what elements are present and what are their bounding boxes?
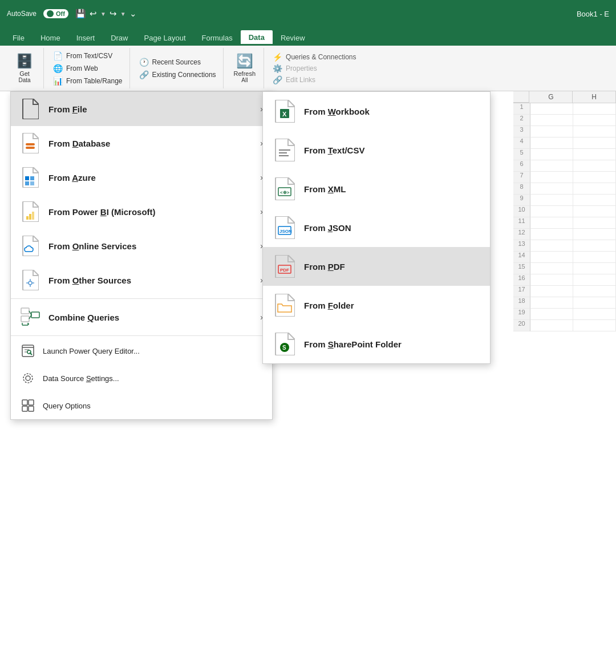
from-pdf-icon: PDF: [273, 255, 296, 278]
from-json-item[interactable]: JSON From JSON: [263, 208, 490, 247]
properties-label: Properties: [286, 64, 317, 72]
combine-icon: [20, 307, 40, 327]
queries-group: ⚡ Queries & Connections ⚙️ Properties 🔗 …: [266, 48, 362, 88]
edit-links-button[interactable]: 🔗 Edit Links: [271, 75, 358, 85]
from-workbook-icon: X: [273, 100, 296, 123]
refresh-all-label: All: [241, 77, 248, 83]
tab-home[interactable]: Home: [33, 31, 68, 46]
from-database-icon: [20, 133, 40, 153]
undo-button[interactable]: ↩: [90, 9, 97, 19]
properties-button[interactable]: ⚙️ Properties: [271, 63, 358, 74]
refresh-all-button[interactable]: 🔄 Refresh All: [230, 52, 260, 84]
menu-divider-1: [11, 298, 272, 299]
from-azure-icon: [20, 167, 40, 188]
edit-links-icon: 🔗: [273, 75, 282, 84]
from-textcsv-item[interactable]: From Text/CSV: [263, 131, 490, 169]
refresh-icon: 🔄: [236, 53, 253, 69]
svg-rect-31: [22, 406, 27, 411]
from-xml-label: From XML: [304, 184, 346, 194]
window-title: Book1 - E: [577, 10, 609, 18]
svg-rect-16: [31, 312, 39, 318]
tab-review[interactable]: Review: [273, 31, 313, 46]
from-sharepoint-item[interactable]: S From SharePoint Folder: [263, 325, 490, 363]
combine-label: Combine Queries: [48, 313, 119, 322]
from-table-range-button[interactable]: 📊 From Table/Range: [51, 75, 125, 87]
menu-item-from-powerbi[interactable]: From Power BI (Microsoft) ›: [11, 195, 272, 229]
get-data-icon: 🗄️: [16, 53, 33, 69]
tab-insert[interactable]: Insert: [68, 31, 103, 46]
from-file-icon: [20, 99, 40, 119]
from-azure-label: From Azure: [48, 173, 96, 183]
tab-formulas[interactable]: Formulas: [194, 31, 241, 46]
redo-button[interactable]: ↪: [110, 9, 117, 19]
from-folder-icon: [273, 294, 296, 317]
data-source-settings-button[interactable]: Data Source Settings...: [11, 365, 272, 392]
from-pdf-item[interactable]: PDF From PDF: [263, 247, 490, 286]
svg-rect-2: [25, 176, 29, 180]
connections-icon: 🔗: [139, 70, 149, 79]
tab-file[interactable]: File: [5, 31, 33, 46]
ribbon: 🗄️ Get Data 📄 From Text/CSV 🌐 From Web 📊…: [0, 46, 616, 91]
svg-rect-0: [26, 143, 35, 145]
from-workbook-label: From Workbook: [304, 107, 370, 116]
svg-rect-5: [30, 181, 34, 185]
from-online-label: From Online Services: [48, 241, 136, 251]
from-xml-icon: <⊕>: [273, 177, 296, 200]
ribbon-tab-bar: File Home Insert Draw Page Layout Formul…: [0, 27, 616, 46]
col-header-g: G: [529, 91, 573, 103]
menu-item-from-online[interactable]: From Online Services ›: [11, 229, 272, 263]
get-data-button[interactable]: 🗄️ Get Data: [10, 52, 39, 84]
svg-rect-15: [21, 316, 29, 322]
existing-connections-button[interactable]: 🔗 Existing Connections: [137, 69, 218, 80]
from-database-label: From Database: [48, 139, 110, 148]
edit-links-label: Edit Links: [286, 76, 315, 84]
from-sharepoint-label: From SharePoint Folder: [304, 339, 402, 349]
col-header-h: H: [573, 91, 616, 103]
tab-data[interactable]: Data: [241, 30, 273, 46]
autosave-label: AutoSave: [7, 10, 37, 18]
recent-sources-button[interactable]: 🕐 Recent Sources: [137, 56, 218, 68]
customize-dropdown[interactable]: ⌄: [129, 9, 137, 19]
menu-item-from-other[interactable]: From Other Sources ›: [11, 263, 272, 297]
refresh-label: Refresh: [234, 70, 256, 77]
save-icon[interactable]: 💾: [75, 9, 86, 19]
data-source-buttons: 📄 From Text/CSV 🌐 From Web 📊 From Table/…: [51, 50, 125, 87]
menu-item-from-azure[interactable]: From Azure ›: [11, 160, 272, 195]
from-online-icon: [20, 236, 40, 256]
recent-sources-label: Recent Sources: [152, 58, 201, 66]
from-web-button[interactable]: 🌐 From Web: [51, 63, 125, 74]
get-data-menu: From File › From Database ›: [10, 91, 273, 420]
menu-item-from-file[interactable]: From File ›: [11, 92, 272, 126]
from-json-icon: JSON: [273, 216, 296, 239]
svg-point-26: [27, 350, 31, 354]
from-xml-item[interactable]: <⊕> From XML: [263, 169, 490, 208]
query-options-button[interactable]: Query Options: [11, 392, 272, 419]
svg-rect-3: [30, 176, 34, 180]
spreadsheet-grid: G H 1 2 3 4 5 6 7 8 9 10 11 12 13 14 15 …: [513, 91, 616, 672]
svg-rect-32: [29, 406, 34, 411]
queries-connections-label: Queries & Connections: [286, 53, 356, 61]
existing-connections-label: Existing Connections: [152, 71, 216, 79]
svg-text:X: X: [282, 111, 287, 118]
from-folder-item[interactable]: From Folder: [263, 286, 490, 325]
svg-text:<⊕>: <⊕>: [280, 190, 290, 195]
from-text-csv-button[interactable]: 📄 From Text/CSV: [51, 50, 125, 62]
menu-item-from-database[interactable]: From Database ›: [11, 126, 272, 160]
from-file-label: From File: [48, 104, 87, 114]
tab-draw[interactable]: Draw: [103, 31, 136, 46]
menu-item-combine[interactable]: Combine Queries ›: [11, 300, 272, 334]
autosave-toggle[interactable]: Off: [43, 9, 68, 18]
launch-pqe-button[interactable]: Launch Power Query Editor...: [11, 337, 272, 365]
svg-text:PDF: PDF: [280, 268, 289, 273]
tab-page-layout[interactable]: Page Layout: [136, 31, 194, 46]
queries-connections-button[interactable]: ⚡ Queries & Connections: [271, 52, 358, 62]
properties-icon: ⚙️: [273, 64, 282, 73]
svg-point-28: [23, 374, 33, 383]
recent-existing-buttons: 🕐 Recent Sources 🔗 Existing Connections: [137, 56, 218, 80]
from-text-csv-label: From Text/CSV: [66, 52, 112, 60]
from-web-label: From Web: [66, 64, 98, 72]
from-workbook-item[interactable]: X From Workbook: [263, 92, 490, 131]
recent-existing-group: 🕐 Recent Sources 🔗 Existing Connections: [132, 48, 224, 88]
query-options-icon: [20, 398, 36, 414]
get-data-label: Get: [19, 70, 30, 77]
